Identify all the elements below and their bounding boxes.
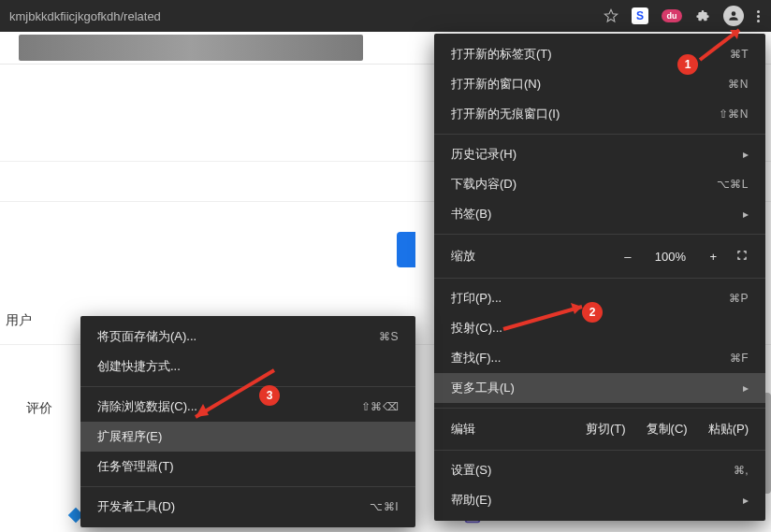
bookmark-star-icon[interactable] bbox=[604, 8, 618, 23]
submenu-dev-tools[interactable]: 开发者工具(D)⌥⌘I bbox=[80, 492, 415, 522]
menu-edit-row: 编辑 剪切(T) 复制(C) 粘贴(P) bbox=[434, 413, 765, 445]
submenu-save-as[interactable]: 将页面存储为(A)...⌘S bbox=[80, 322, 415, 352]
extension-s-icon[interactable]: S bbox=[632, 7, 648, 24]
fullscreen-icon[interactable] bbox=[735, 249, 749, 265]
submenu-clear-data[interactable]: 清除浏览数据(C)...⇧⌘⌫ bbox=[80, 392, 415, 422]
chrome-menu-button[interactable] bbox=[757, 10, 760, 22]
submenu-create-shortcut[interactable]: 创建快捷方式... bbox=[80, 352, 415, 381]
more-tools-submenu: 将页面存储为(A)...⌘S 创建快捷方式... 清除浏览数据(C)...⇧⌘⌫… bbox=[80, 316, 415, 527]
annotation-badge-1: 1 bbox=[677, 54, 698, 75]
extensions-puzzle-icon[interactable] bbox=[695, 8, 710, 23]
menu-new-tab[interactable]: 打开新的标签页(T)⌘T bbox=[434, 39, 765, 69]
menu-cut[interactable]: 剪切(T) bbox=[586, 421, 626, 438]
menu-copy[interactable]: 复制(C) bbox=[647, 421, 688, 438]
zoom-out-button[interactable]: – bbox=[624, 250, 631, 264]
menu-history[interactable]: 历史记录(H)▸ bbox=[434, 139, 765, 169]
menu-zoom: 缩放 – 100% + bbox=[434, 239, 765, 273]
menu-find[interactable]: 查找(F)...⌘F bbox=[434, 343, 765, 373]
annotation-badge-3: 3 bbox=[259, 385, 280, 406]
submenu-extensions[interactable]: 扩展程序(E) bbox=[80, 422, 415, 452]
rating-heading: 评价 bbox=[26, 400, 52, 417]
annotation-badge-2: 2 bbox=[582, 302, 603, 323]
zoom-in-button[interactable]: + bbox=[709, 250, 717, 264]
menu-incognito[interactable]: 打开新的无痕窗口(I)⇧⌘N bbox=[434, 99, 765, 129]
menu-bookmarks[interactable]: 书签(B)▸ bbox=[434, 199, 765, 229]
menu-settings[interactable]: 设置(S)⌘, bbox=[434, 455, 765, 485]
menu-paste[interactable]: 粘贴(P) bbox=[708, 421, 749, 438]
profile-avatar-icon[interactable] bbox=[723, 6, 744, 26]
submenu-task-manager[interactable]: 任务管理器(T) bbox=[80, 452, 415, 482]
address-bar[interactable]: kmjbkkdkfiicjkgofkdh/related bbox=[6, 9, 604, 23]
users-heading: 用户 bbox=[6, 312, 32, 329]
chevron-right-icon: ▸ bbox=[743, 494, 749, 507]
redacted-title bbox=[19, 35, 363, 61]
chrome-main-menu: 打开新的标签页(T)⌘T 打开新的窗口(N)⌘N 打开新的无痕窗口(I)⇧⌘N … bbox=[434, 34, 765, 521]
extension-du-icon[interactable]: du bbox=[662, 9, 682, 22]
chevron-right-icon: ▸ bbox=[743, 148, 749, 161]
menu-new-window[interactable]: 打开新的窗口(N)⌘N bbox=[434, 69, 765, 99]
chevron-right-icon: ▸ bbox=[743, 208, 749, 221]
blue-button[interactable] bbox=[397, 232, 415, 267]
chevron-right-icon: ▸ bbox=[743, 381, 749, 395]
menu-help[interactable]: 帮助(E)▸ bbox=[434, 485, 765, 515]
menu-downloads[interactable]: 下载内容(D)⌥⌘L bbox=[434, 169, 765, 199]
menu-more-tools[interactable]: 更多工具(L)▸ bbox=[434, 373, 765, 403]
zoom-percent: 100% bbox=[649, 250, 691, 264]
browser-toolbar: kmjbkkdkfiicjkgofkdh/related S du bbox=[0, 0, 771, 32]
